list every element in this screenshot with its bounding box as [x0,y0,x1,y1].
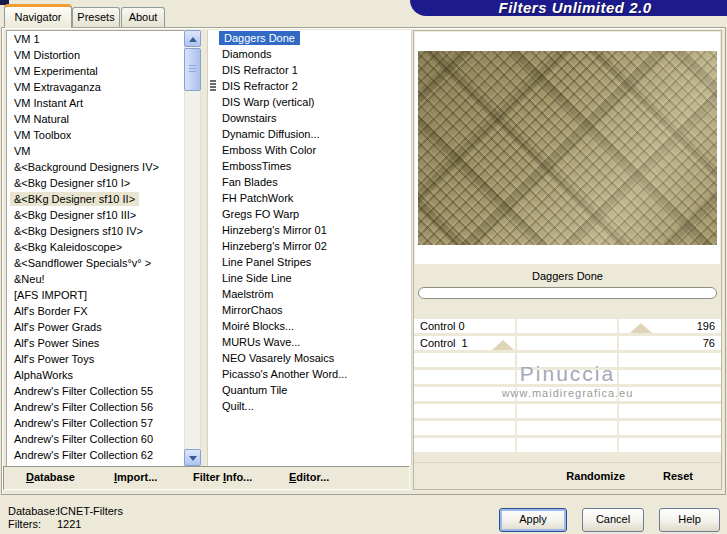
slider-thumb[interactable] [630,323,652,333]
status-database-label: Database: [8,505,58,517]
cancel-button[interactable]: Cancel [582,508,644,532]
apply-button[interactable]: Apply [499,508,567,532]
category-item[interactable]: VM Extravaganza [7,79,185,95]
filter-item[interactable]: Diamonds [208,46,411,62]
filter-item[interactable]: Gregs FO Warp [208,206,411,222]
toolbar-database[interactable]: Database [26,471,75,483]
control-row-empty [414,404,721,418]
scroll-up-button[interactable] [184,30,201,47]
category-item[interactable]: VM Distortion [7,47,185,63]
filter-item-label: DIS Refractor 1 [222,64,298,76]
filter-item[interactable]: MURUs Wave... [208,334,411,350]
category-item[interactable]: VM 1 [7,31,185,47]
filter-item-label: Maelström [222,288,273,300]
category-item[interactable]: Alf's Border FX [7,303,185,319]
filter-item[interactable]: Moiré Blocks... [208,318,411,334]
toolbar-filter-info[interactable]: Filter Info... [193,471,252,483]
toolbar-editor[interactable]: Editor... [289,471,329,483]
category-item[interactable]: &<Sandflower Specials°v° > [7,255,185,271]
filter-item[interactable]: DIS Refractor 2 [208,78,411,94]
category-item[interactable]: [AFS IMPORT] [7,287,185,303]
toolbar-import[interactable]: Import... [114,471,157,483]
category-item[interactable]: Andrew's Filter Collection 60 [7,431,185,447]
category-item-label: Andrew's Filter Collection 56 [14,401,153,413]
category-item[interactable]: &Neu! [7,271,185,287]
category-item[interactable]: &<Bkg Kaleidoscope> [7,239,185,255]
category-item[interactable]: VM Natural [7,111,185,127]
status-database-value: ICNET-Filters [57,505,123,517]
category-item-label: Alf's Power Sines [14,337,99,349]
category-item-label: &Neu! [14,273,45,285]
category-item[interactable]: Alf's Power Grads [7,319,185,335]
filter-item[interactable]: Quilt... [208,398,411,414]
scrollbar-thumb[interactable] [184,48,201,91]
tab-about[interactable]: About [121,7,165,27]
control-row[interactable]: Control 0196 [414,319,721,333]
control-label: Control 0 [420,319,465,333]
filter-item[interactable]: Quantum Tile [208,382,411,398]
reset-button[interactable]: Reset [663,470,693,482]
filter-item[interactable]: Line Side Line [208,270,411,286]
category-item-label: VM Experimental [14,65,98,77]
category-item[interactable]: VM [7,143,185,159]
category-list[interactable]: VM 1VM DistortionVM ExperimentalVM Extra… [6,30,186,468]
category-item[interactable]: &<Bkg Designers sf10 IV> [7,223,185,239]
control-row[interactable]: Control 176 [414,336,721,350]
category-item[interactable]: VM Toolbox [7,127,185,143]
category-item[interactable]: &<Bkg Designer sf10 I> [7,175,185,191]
status-filters-label: Filters: [8,518,41,530]
category-item[interactable]: &<Background Designers IV> [7,159,185,175]
filter-item[interactable]: FH PatchWork [208,190,411,206]
filter-item-label: Dynamic Diffusion... [222,128,320,140]
filter-item[interactable]: Dynamic Diffusion... [208,126,411,142]
scroll-down-button[interactable] [184,449,201,466]
filter-item[interactable]: Line Panel Stripes [208,254,411,270]
filter-item-label: Quantum Tile [222,384,287,396]
help-button[interactable]: Help [659,508,720,532]
filter-item[interactable]: DIS Refractor 1 [208,62,411,78]
filter-item[interactable]: MirrorChaos [208,302,411,318]
filter-item[interactable]: DIS Warp (vertical) [208,94,411,110]
category-scrollbar-track[interactable] [184,30,201,466]
filter-item[interactable]: Downstairs [208,110,411,126]
filter-item[interactable]: Daggers Done [208,30,411,46]
randomize-button[interactable]: Randomize [566,470,625,482]
category-item[interactable]: Andrew's Filter Collection 56 [7,399,185,415]
category-item[interactable]: Andrew's Filter Collection 57 [7,415,185,431]
category-item[interactable]: Alf's Power Sines [7,335,185,351]
filter-item-label: Line Panel Stripes [222,256,311,268]
category-item[interactable]: Andrew's Filter Collection 55 [7,383,185,399]
category-item-label: &<Bkg Designer sf10 I> [14,177,130,189]
category-item-label: [AFS IMPORT] [14,289,87,301]
toolbar-strip: DatabaseImport...Filter Info...Editor... [3,466,410,490]
category-item[interactable]: Andrew's Filter Collection 62 [7,447,185,463]
filter-item-label: Diamonds [222,48,272,60]
category-item[interactable]: &<BKg Designer sf10 II> [7,191,185,207]
preview-image[interactable] [418,51,717,245]
filter-item[interactable]: EmbossTimes [208,158,411,174]
filter-item[interactable]: Maelström [208,286,411,302]
tab-presets[interactable]: Presets [72,7,120,27]
category-item-label: VM Extravaganza [14,81,101,93]
filter-item[interactable]: Picasso's Another Word... [208,366,411,382]
filter-item[interactable]: Fan Blades [208,174,411,190]
slider-thumb[interactable] [492,340,514,350]
category-item-label: &<Background Designers IV> [14,161,159,173]
category-item[interactable]: VM Experimental [7,63,185,79]
category-item-label: Andrew's Filter Collection 62 [14,449,153,461]
filter-item[interactable]: Hinzeberg's Mirror 02 [208,238,411,254]
preview-panel: Daggers Done Control 0196Control 176 Pin… [413,30,722,490]
app-title: Filters Unlimited 2.0 [430,0,720,16]
category-item[interactable]: VM Instant Art [7,95,185,111]
filter-list[interactable]: Daggers DoneDiamondsDIS Refractor 1DIS R… [207,30,412,466]
filter-item[interactable]: NEO Vasarely Mosaics [208,350,411,366]
filter-item[interactable]: Emboss With Color [208,142,411,158]
category-item[interactable]: AlphaWorks [7,367,185,383]
category-item-label: VM [14,145,31,157]
randomize-strip: Randomize Reset [414,462,721,489]
filter-item-label: MURUs Wave... [222,336,300,348]
filter-item[interactable]: Hinzeberg's Mirror 01 [208,222,411,238]
tab-navigator[interactable]: Navigator [4,4,72,28]
category-item[interactable]: Alf's Power Toys [7,351,185,367]
category-item[interactable]: &<Bkg Designer sf10 III> [7,207,185,223]
